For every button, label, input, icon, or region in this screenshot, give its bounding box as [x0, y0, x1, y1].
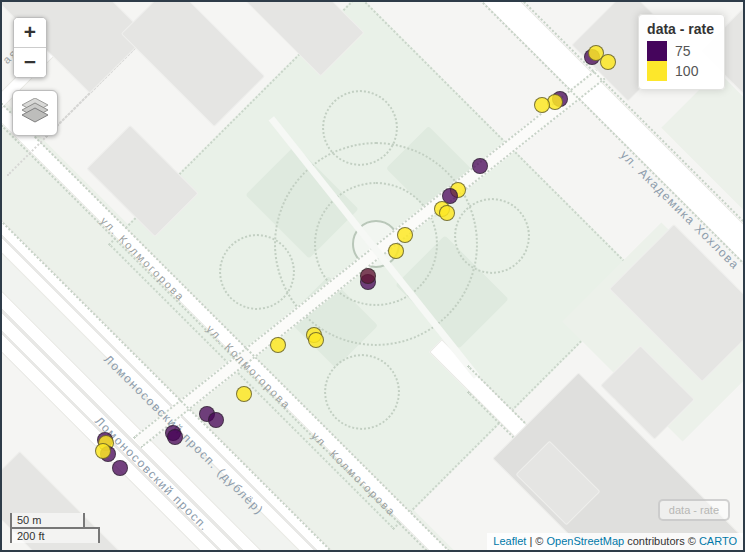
layers-icon [21, 98, 49, 128]
legend-title: data - rate [647, 21, 714, 37]
legend-value: 75 [675, 43, 691, 59]
zoom-in-button[interactable]: + [14, 18, 46, 48]
park-circle [454, 198, 530, 274]
legend-row: 100 [647, 61, 714, 81]
data-point-marker[interactable] [534, 97, 550, 113]
park-circle [322, 90, 398, 166]
legend-swatch [647, 41, 667, 61]
legend-items: 75100 [647, 41, 714, 81]
data-point-marker[interactable] [236, 386, 252, 402]
data-point-marker[interactable] [308, 332, 324, 348]
layers-control-button[interactable] [12, 90, 58, 136]
legend-swatch [647, 61, 667, 81]
legend-row: 75 [647, 41, 714, 61]
attribution-link[interactable]: OpenStreetMap [546, 535, 624, 547]
data-point-marker[interactable] [600, 54, 616, 70]
legend-value: 100 [675, 63, 698, 79]
data-point-marker[interactable] [388, 243, 404, 259]
scale-control: 50 m 200 ft [10, 513, 100, 543]
park-circle [219, 234, 295, 310]
zoom-out-button[interactable]: − [14, 48, 46, 77]
data-point-marker[interactable] [439, 205, 455, 221]
data-point-marker[interactable] [472, 158, 488, 174]
attribution-link[interactable]: CARTO [699, 535, 737, 547]
data-point-marker[interactable] [360, 268, 376, 284]
scale-imperial: 200 ft [10, 527, 100, 543]
data-point-marker[interactable] [270, 337, 286, 353]
data-point-marker[interactable] [397, 227, 413, 243]
data-point-marker[interactable] [112, 460, 128, 476]
legend: data - rate 75100 [638, 14, 725, 90]
attribution-link[interactable]: Leaflet [493, 535, 526, 547]
attribution-text: contributors © [624, 535, 699, 547]
zoom-control: + − [13, 17, 47, 78]
legend-toggle-button[interactable]: data - rate [658, 499, 730, 521]
data-point-marker[interactable] [95, 443, 111, 459]
map-container[interactable]: ул. Колмогороваул. Колмогороваул. Колмог… [0, 0, 745, 552]
data-point-marker[interactable] [208, 412, 224, 428]
park-circle [324, 354, 400, 430]
attribution: Leaflet | © OpenStreetMap contributors ©… [487, 533, 743, 550]
attribution-text: | © [526, 535, 546, 547]
data-point-marker[interactable] [167, 429, 183, 445]
